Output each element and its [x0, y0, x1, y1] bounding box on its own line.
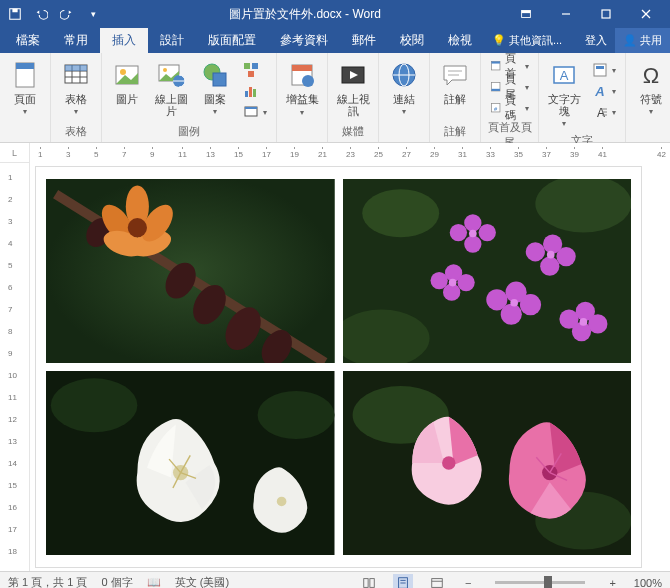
page-viewport[interactable]: [30, 163, 670, 571]
share-button[interactable]: 👤共用: [615, 28, 670, 53]
horizontal-ruler[interactable]: 135791113151719212325272931333537394142: [30, 143, 670, 163]
zoom-out-button[interactable]: −: [461, 577, 475, 589]
svg-rect-26: [245, 91, 248, 97]
video-label: 線上視訊: [334, 93, 372, 117]
pictures-label: 圖片: [116, 93, 138, 105]
tell-me-label: 其他資訊...: [509, 28, 562, 53]
online-video-button[interactable]: 線上視訊: [332, 56, 374, 120]
group-label-media: 媒體: [332, 122, 374, 142]
svg-rect-1: [12, 9, 17, 13]
tab-insert[interactable]: 插入: [100, 28, 148, 53]
vertical-ruler[interactable]: 123456789101112131415161718: [0, 163, 30, 571]
svg-rect-116: [364, 578, 368, 587]
zoom-in-button[interactable]: +: [605, 577, 619, 589]
links-button[interactable]: 連結▾: [383, 56, 425, 119]
svg-rect-49: [596, 66, 604, 69]
svg-point-92: [588, 314, 607, 333]
tab-references[interactable]: 參考資料: [268, 28, 340, 53]
qat-customize-button[interactable]: ▾: [82, 3, 104, 25]
svg-point-85: [500, 304, 521, 325]
wordart-icon: A: [592, 83, 608, 99]
image-1[interactable]: [46, 179, 335, 363]
link-icon: [388, 59, 420, 91]
tab-home[interactable]: 常用: [52, 28, 100, 53]
comment-label: 註解: [444, 93, 466, 105]
print-layout-button[interactable]: [393, 574, 413, 589]
ribbon-group-text: A 文字方塊▾ ▾ A▾ A▾ 文字: [539, 53, 626, 142]
group-label-illustrations: 圖例: [106, 122, 272, 142]
smartart-button[interactable]: [238, 60, 272, 80]
read-mode-button[interactable]: [359, 574, 379, 589]
spellcheck-icon[interactable]: 📖: [147, 576, 161, 588]
ribbon-display-button[interactable]: [506, 0, 546, 28]
pictures-button[interactable]: 圖片: [106, 56, 148, 108]
pagenum-button[interactable]: #頁碼▾: [485, 98, 534, 118]
svg-point-74: [449, 224, 466, 241]
tab-view[interactable]: 檢視: [436, 28, 484, 53]
window-title: 圖片置於文件外.docx - Word: [104, 6, 506, 23]
maximize-button[interactable]: [586, 0, 626, 28]
zoom-level[interactable]: 100%: [634, 577, 662, 589]
svg-rect-32: [292, 65, 312, 71]
tab-file[interactable]: 檔案: [4, 28, 52, 53]
image-3[interactable]: [46, 371, 335, 555]
minimize-button[interactable]: [546, 0, 586, 28]
undo-button[interactable]: [30, 3, 52, 25]
header-icon: [490, 58, 501, 74]
addins-icon: [286, 59, 318, 91]
ribbon-group-pages: 頁面▾: [0, 53, 51, 142]
word-count[interactable]: 0 個字: [101, 575, 132, 588]
save-button[interactable]: [4, 3, 26, 25]
shapes-button[interactable]: 圖案▾: [194, 56, 236, 119]
addins-button[interactable]: 增益集▾: [281, 56, 323, 122]
video-icon: [337, 59, 369, 91]
textbox-button[interactable]: A 文字方塊▾: [543, 56, 585, 131]
ribbon-group-illustrations: 圖片 線上圖片 圖案▾ ▾ 圖例: [102, 53, 277, 142]
page-indicator[interactable]: 第 1 頁，共 1 頁: [8, 575, 87, 588]
comment-button[interactable]: 註解: [434, 56, 476, 108]
svg-text:Ω: Ω: [643, 63, 659, 88]
tab-review[interactable]: 校閱: [388, 28, 436, 53]
tell-me[interactable]: 💡其他資訊...: [484, 28, 570, 53]
svg-point-111: [442, 456, 455, 469]
image-4[interactable]: [343, 371, 632, 555]
web-layout-button[interactable]: [427, 574, 447, 589]
ribbon-group-headerfooter: 頁首▾ 頁尾▾ #頁碼▾ 頁首及頁尾: [481, 53, 539, 142]
ribbon: 頁面▾ 表格▾ 表格 圖片 線上圖片 圖案▾: [0, 53, 670, 143]
document-area: 123456789101112131415161718: [0, 163, 670, 571]
online-pictures-button[interactable]: 線上圖片: [150, 56, 192, 120]
zoom-slider[interactable]: [495, 581, 585, 584]
tab-mailings[interactable]: 郵件: [340, 28, 388, 53]
image-grid: [46, 179, 631, 555]
symbol-button[interactable]: Ω 符號▾: [630, 56, 670, 119]
close-button[interactable]: [626, 0, 666, 28]
language-indicator[interactable]: 英文 (美國): [175, 575, 229, 588]
svg-point-77: [464, 235, 481, 252]
svg-text:A: A: [594, 84, 604, 99]
quickparts-icon: [592, 62, 608, 78]
group-label-addins: [281, 137, 323, 142]
image-2[interactable]: [343, 179, 632, 363]
tab-layout[interactable]: 版面配置: [196, 28, 268, 53]
dropcap-button[interactable]: A▾: [587, 102, 621, 122]
wordart-button[interactable]: A▾: [587, 81, 621, 101]
screenshot-button[interactable]: ▾: [238, 102, 272, 122]
zoom-handle[interactable]: [544, 576, 552, 588]
svg-point-97: [448, 279, 456, 287]
redo-button[interactable]: [56, 3, 78, 25]
svg-point-96: [510, 299, 518, 307]
tab-design[interactable]: 設計: [148, 28, 196, 53]
ribbon-group-links: 連結▾: [379, 53, 430, 142]
svg-rect-5: [602, 10, 610, 18]
quickparts-button[interactable]: ▾: [587, 60, 621, 80]
svg-rect-24: [252, 63, 258, 69]
cover-page-button[interactable]: 頁面▾: [4, 56, 46, 119]
signin-button[interactable]: 登入: [577, 28, 615, 53]
svg-rect-15: [65, 65, 87, 71]
chart-icon: [243, 83, 259, 99]
svg-rect-25: [248, 71, 254, 77]
textbox-icon: A: [548, 59, 580, 91]
table-button[interactable]: 表格▾: [55, 56, 97, 119]
chart-button[interactable]: [238, 81, 272, 101]
svg-point-81: [540, 257, 559, 276]
